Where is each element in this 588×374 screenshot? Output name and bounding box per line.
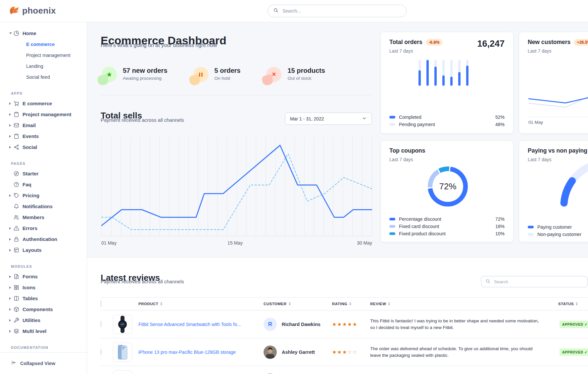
column-header-customer[interactable]: CUSTOMER (264, 302, 332, 306)
sidebar-item-e-commerce[interactable]: E commerce (0, 98, 87, 109)
alert-triangle-icon (14, 225, 23, 231)
sidebar-item-landing[interactable]: Landing (0, 61, 87, 71)
sidebar-item-tables[interactable]: Tables (0, 293, 87, 304)
change-badge: +26.5% (574, 39, 588, 46)
rating-stars: ★★★★★ (332, 321, 370, 327)
orders-legend: Completed52%Pending payment48% (389, 114, 505, 128)
stat-label: Awating processing (123, 76, 168, 81)
column-header-review[interactable]: REVIEW (370, 302, 558, 306)
total-orders-value: 16,247 (477, 39, 505, 49)
x-tick: 15 May (227, 240, 243, 246)
sidebar-item-icons[interactable]: Icons (0, 282, 87, 293)
divider (101, 95, 372, 95)
mail-icon (14, 122, 23, 128)
reviews-table: PRODUCTCUSTOMERRATINGREVIEWSTATUSFitbit … (101, 297, 588, 374)
legend-row: Pending payment48% (389, 121, 505, 128)
sidebar-item-members[interactable]: Members (0, 212, 87, 223)
column-header-status[interactable]: STATUS (558, 302, 588, 306)
bell-icon (14, 204, 23, 209)
sidebar-item-errors[interactable]: Errors (0, 223, 87, 234)
sort-icon (160, 302, 162, 305)
collapse-sidebar-button[interactable]: Collapsed View (0, 352, 87, 374)
reviews-search-input[interactable] (493, 279, 583, 285)
legend-row: Paying customer (528, 223, 588, 231)
layers-icon (14, 328, 23, 334)
columns-icon (14, 296, 23, 301)
change-badge: -6.8% (426, 39, 443, 46)
stat-icon-badge: ★ (102, 67, 117, 82)
sidebar-item-social-feed[interactable]: Social feed (0, 71, 87, 82)
sidebar-item-e-commerce[interactable]: E commerce (0, 39, 87, 50)
star-filled-icon: ★ (337, 321, 342, 327)
row-checkbox[interactable] (101, 349, 101, 355)
sidebar-item-social[interactable]: Social (0, 142, 87, 153)
legend-label: Pending payment (399, 122, 435, 127)
legend-row: Non-paying customer (528, 231, 588, 238)
date-range-select[interactable]: Mar 1 - 31, 2022 (285, 113, 372, 125)
caret-right-icon (9, 227, 14, 230)
collapse-label: Collapsed View (20, 361, 55, 366)
card-title: Top coupons (389, 147, 425, 154)
sidebar-item-email[interactable]: Email (0, 120, 87, 131)
donut-center-value: 72% (432, 171, 463, 202)
product-link[interactable]: Fitbit Sense Advanced Smartwatch with To… (138, 322, 264, 327)
sidebar-item-starter[interactable]: Starter (0, 168, 87, 179)
product-image (113, 315, 132, 334)
stat-value: 15 products (287, 67, 325, 74)
sidebar-item-forms[interactable]: Forms (0, 271, 87, 282)
total-orders-card: Total orders -6.8% Last 7 days 16,247 Co… (380, 32, 514, 134)
clipboard-icon (14, 133, 23, 139)
paying-legend: Paying customerNon-paying customer (528, 223, 588, 238)
column-header-product[interactable]: PRODUCT (138, 302, 264, 306)
sidebar-item-pricing[interactable]: Pricing (0, 190, 87, 201)
stat-icon-badge (193, 67, 209, 82)
sidebar-item-notifications[interactable]: Notifications (0, 201, 87, 212)
sidebar-item-project-management[interactable]: Project management (0, 109, 87, 120)
sidebar-item-layouts[interactable]: Layouts (0, 245, 87, 256)
sidebar-section-label: MODULES (0, 264, 87, 268)
sidebar-item-events[interactable]: Events (0, 131, 87, 142)
card-title: Total orders (389, 39, 422, 46)
legend-swatch (528, 233, 534, 236)
sidebar-item-home[interactable]: Home (0, 28, 87, 39)
legend-value: 18% (495, 224, 505, 229)
legend-row: Percentage discount72% (389, 215, 505, 223)
review-text: This Fitbit is fantastic! I was trying t… (370, 318, 558, 331)
column-header-rating[interactable]: RATING (332, 302, 370, 306)
collapse-icon (11, 360, 17, 367)
x-tick: 01 May (101, 240, 117, 246)
sidebar-item-utilities[interactable]: Utilities (0, 315, 87, 326)
search-icon (273, 8, 278, 14)
wrench-icon (14, 317, 23, 323)
stat-danger: ✕15 productsOut of stock (266, 67, 325, 82)
sidebar-nav: HomeE commerceProject managementLandingS… (0, 22, 87, 350)
sidebar-item-faq[interactable]: Faq (0, 179, 87, 190)
legend-label: Non-paying customer (537, 232, 581, 237)
topbar: phoenix (0, 0, 588, 22)
chevron-down-icon (362, 116, 367, 122)
caret-right-icon (9, 275, 14, 278)
select-all-checkbox[interactable] (101, 301, 101, 307)
card-period: Last 7 days (528, 48, 552, 54)
sidebar-item-project-management[interactable]: Project management (0, 50, 87, 61)
legend-label: Fixed card discount (399, 224, 439, 229)
sidebar-item-components[interactable]: Components (0, 304, 87, 315)
cart-icon (14, 101, 23, 106)
global-search (268, 5, 407, 17)
share-icon (14, 144, 23, 150)
tag-icon (14, 193, 23, 198)
sidebar-item-multi-level[interactable]: Multi level (0, 326, 87, 337)
sidebar-item-authentication[interactable]: Authentication (0, 234, 87, 245)
row-checkbox[interactable] (101, 321, 101, 327)
stat-icon-badge: ✕ (266, 67, 281, 82)
brand-logo[interactable]: phoenix (8, 4, 56, 17)
global-search-input[interactable] (282, 8, 401, 14)
product-image (113, 343, 132, 362)
orders-bar-chart (418, 59, 474, 88)
latest-reviews-section: Latest reviews Payment received across a… (87, 257, 588, 374)
sidebar-section-label: APPS (0, 91, 87, 95)
coupons-legend: Percentage discount72%Fixed card discoun… (389, 215, 505, 237)
product-link[interactable]: iPhone 13 pro max-Pacific Blue-128GB sto… (138, 350, 264, 355)
caret-right-icon (9, 286, 14, 289)
caret-right-icon (9, 135, 14, 138)
